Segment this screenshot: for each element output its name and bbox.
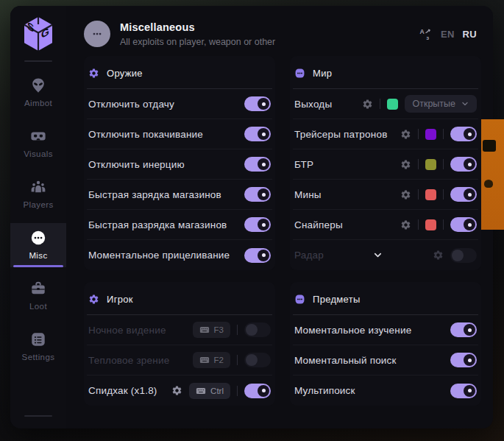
people-icon: [30, 179, 46, 195]
exits-dropdown[interactable]: Открытые: [405, 95, 477, 113]
section-title: Предметы: [313, 294, 361, 305]
toggle-switch[interactable]: [244, 353, 271, 367]
row-label: Моментальное изучение: [294, 325, 411, 336]
toggle-switch[interactable]: [244, 187, 271, 202]
row-label: Снайперы: [294, 219, 343, 230]
list-icon: [30, 331, 46, 347]
hotkey-label: F2: [214, 356, 224, 364]
gear-icon[interactable]: [362, 99, 373, 110]
header-titles: Miscellaneous All exploits on player, we…: [120, 21, 275, 47]
toggle-switch[interactable]: [450, 187, 477, 202]
left-column: Оружие Отключить отдачу Отключить покачи…: [84, 56, 275, 406]
row-fast-unload: Быстрая разрядка магазинов: [87, 210, 272, 240]
toggle-switch[interactable]: [244, 384, 271, 398]
sidebar-item-visuals[interactable]: Visuals: [10, 121, 66, 166]
toggle-switch[interactable]: [450, 384, 477, 398]
hotkey-badge[interactable]: Ctrl: [189, 383, 230, 399]
sidebar-item-label: Misc: [29, 251, 47, 260]
section-player: Игрок Ночное видение F3 Тепловое зрение: [84, 282, 275, 406]
toggle-switch[interactable]: [244, 127, 271, 141]
chevron-down-icon: [461, 99, 469, 108]
dots-square-icon: [294, 68, 305, 79]
vr-goggles-icon: [30, 128, 46, 144]
hotkey-badge[interactable]: F3: [193, 322, 230, 338]
app-logo-icon: [22, 16, 54, 52]
hotkey-label: F3: [214, 325, 224, 334]
row-label: Мины: [294, 189, 322, 200]
section-weapon: Оружие Отключить отдачу Отключить покачи…: [84, 56, 275, 270]
row-snipers: Снайперы: [293, 210, 478, 240]
toggle-switch[interactable]: [244, 157, 271, 172]
dots-square-icon: [294, 294, 305, 305]
section-world-header: Мир: [293, 56, 478, 89]
row-no-inertia: Отключить инерцию: [87, 149, 272, 180]
right-column: Мир Выходы Открытые: [290, 56, 481, 406]
sidebar-item-label: Settings: [22, 353, 55, 361]
row-multisearch: Мультипоиск: [293, 375, 478, 406]
color-swatch[interactable]: [425, 219, 436, 230]
expand-chevron-icon[interactable]: [372, 250, 383, 261]
gear-icon[interactable]: [400, 129, 411, 140]
alien-icon: [30, 77, 46, 94]
sidebar-item-label: Aimbot: [24, 99, 52, 107]
row-thermal-vision: Тепловое зрение F2: [87, 345, 272, 375]
language-switcher: EN RU: [419, 27, 477, 41]
color-swatch[interactable]: [425, 129, 436, 140]
toggle-switch[interactable]: [450, 157, 477, 172]
keyboard-icon: [199, 355, 210, 365]
toggle-switch[interactable]: [244, 322, 271, 337]
gear-icon[interactable]: [400, 159, 411, 170]
row-label: Трейсеры патронов: [294, 129, 388, 140]
sidebar-item-players[interactable]: Players: [10, 172, 66, 216]
translate-icon[interactable]: [419, 27, 433, 41]
gear-icon[interactable]: [433, 250, 444, 261]
color-swatch[interactable]: [425, 159, 436, 170]
background-game-artifact: [481, 119, 504, 230]
sidebar-item-loot[interactable]: Loot: [10, 274, 66, 318]
section-title: Мир: [313, 68, 332, 79]
row-label: Моментальное прицеливание: [88, 250, 230, 261]
row-label: Ночное видение: [88, 325, 166, 336]
sidebar-item-settings[interactable]: Settings: [10, 325, 66, 369]
gear-icon[interactable]: [400, 219, 411, 230]
row-mines: Мины: [293, 180, 478, 210]
row-label: Быстрая зарядка магазинов: [88, 189, 221, 200]
row-fast-reload: Быстрая зарядка магазинов: [87, 180, 272, 210]
toggle-switch[interactable]: [244, 248, 271, 263]
section-weapon-header: Оружие: [87, 56, 272, 89]
lang-en-button[interactable]: EN: [441, 29, 455, 40]
content-grid: Оружие Отключить отдачу Отключить покачи…: [66, 54, 493, 428]
hotkey-badge[interactable]: F2: [193, 352, 230, 368]
toggle-switch[interactable]: [450, 322, 477, 337]
section-title: Игрок: [107, 294, 133, 305]
row-label: Радар: [294, 250, 324, 261]
row-label: БТР: [294, 159, 313, 170]
toggle-switch[interactable]: [450, 217, 477, 232]
section-title: Оружие: [107, 68, 143, 79]
row-no-sway: Отключить покачивание: [87, 119, 272, 149]
row-label: Отключить инерцию: [88, 159, 185, 170]
gear-icon[interactable]: [171, 385, 182, 396]
ellipsis-circle-icon: [30, 230, 46, 246]
toggle-switch[interactable]: [244, 217, 271, 232]
hotkey-label: Ctrl: [210, 387, 224, 395]
page-title: Miscellaneous: [120, 21, 275, 33]
row-btr: БТР: [293, 149, 478, 180]
color-swatch[interactable]: [387, 99, 398, 110]
section-world: Мир Выходы Открытые: [290, 56, 481, 270]
toggle-switch[interactable]: [450, 127, 477, 141]
gear-icon[interactable]: [400, 189, 411, 200]
row-instant-examine: Моментальное изучение: [293, 315, 478, 345]
toggle-switch[interactable]: [450, 248, 477, 263]
row-night-vision: Ночное видение F3: [87, 315, 272, 345]
section-items: Предметы Моментальное изучение Моменталь…: [290, 282, 481, 406]
toggle-switch[interactable]: [244, 96, 271, 111]
color-swatch[interactable]: [425, 189, 436, 200]
sidebar-item-misc[interactable]: Misc: [10, 223, 66, 267]
dropdown-value: Открытые: [412, 99, 455, 109]
page-header: Miscellaneous All exploits on player, we…: [66, 6, 493, 54]
app-window: Aimbot Visuals Players Misc Loot Setting…: [10, 6, 493, 428]
sidebar-item-aimbot[interactable]: Aimbot: [10, 71, 66, 115]
lang-ru-button[interactable]: RU: [463, 29, 477, 40]
toggle-switch[interactable]: [450, 353, 477, 367]
